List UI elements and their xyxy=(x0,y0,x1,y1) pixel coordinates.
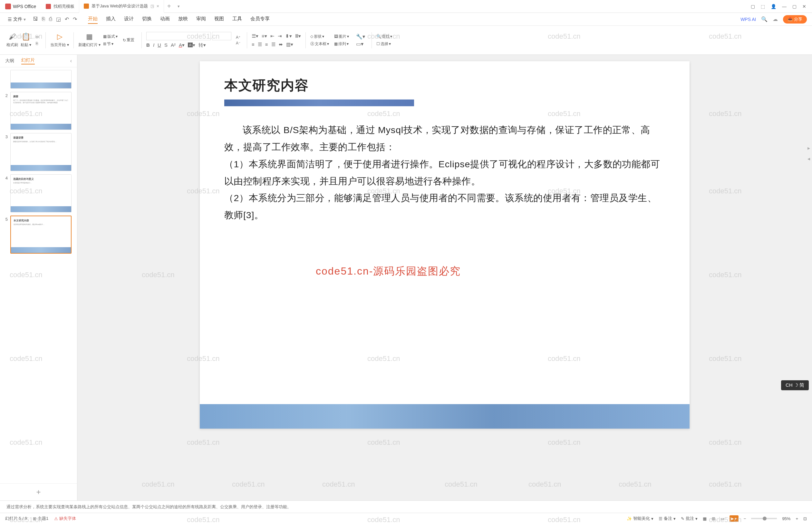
print-icon[interactable]: ⎙ xyxy=(49,16,52,22)
strikethrough-button[interactable]: S xyxy=(164,42,168,48)
smart-beautify-button[interactable]: ✨ 智能美化 ▾ xyxy=(627,515,653,521)
text-direction-button[interactable]: Ⅲ▾ xyxy=(295,33,301,39)
line-spacing-button[interactable]: ⬍▾ xyxy=(285,33,292,39)
arrange-button[interactable]: ▦ 排列 ▾ xyxy=(334,41,349,47)
reset-button[interactable]: ↻ 重置 xyxy=(123,37,134,43)
maximize-button[interactable]: ▢ xyxy=(792,4,797,9)
bullets-button[interactable]: ☰▾ xyxy=(252,33,259,39)
tab-menu-button[interactable]: ▾ xyxy=(174,4,183,9)
slide-thumbnail-2[interactable]: 摘要 在二十一世纪的时代有很多工作要做…信息管理系统的建立，文化环境下人们生活的… xyxy=(10,92,71,130)
select-button[interactable]: ☐ 选择 ▾ xyxy=(376,41,392,47)
layout-button[interactable]: ▦ 版式 ▾ xyxy=(103,34,118,39)
underline-button[interactable]: U xyxy=(158,42,161,48)
canvas-scroll[interactable]: 本文研究内容 该系统以 B/S架构为基础，通过 Mysql技术，实现了对数据的查… xyxy=(77,55,812,501)
paste-button[interactable]: 📋 粘贴 ▾ xyxy=(21,33,31,48)
close-window-button[interactable]: ✕ xyxy=(802,4,806,9)
tab-document[interactable]: 基于Java Web的毕业设计选题 ◳ × xyxy=(79,0,164,13)
tab-slideshow[interactable]: 放映 xyxy=(178,15,188,24)
tab-templates[interactable]: 找稻壳模板 xyxy=(41,0,79,13)
right-tool-2[interactable]: ◂ xyxy=(808,155,810,162)
format-brush-button[interactable]: 🖌 格式刷 xyxy=(6,33,18,48)
slide-thumbnail-4[interactable]: 选题的目的与意义 本系统基于B/S架构设计… xyxy=(10,174,71,212)
share-button[interactable]: 📤 分享 xyxy=(783,15,807,23)
italic-button[interactable]: I xyxy=(153,42,154,48)
notes-bar[interactable]: 通过需求分析，系统主要实现查询某条路线上的所有公交站点信息、某两个公交站点之间的… xyxy=(0,501,812,513)
collapse-panel-icon[interactable]: ‹ xyxy=(70,58,72,64)
tab-insert[interactable]: 插入 xyxy=(106,15,116,24)
decrease-indent-button[interactable]: ⇤ xyxy=(270,33,275,39)
slides-tab[interactable]: 幻灯片 xyxy=(21,58,35,64)
zoom-level[interactable]: 95% xyxy=(782,516,791,521)
outline-tab[interactable]: 大纲 xyxy=(5,58,14,64)
align-justify-button[interactable]: ☰ xyxy=(271,42,276,47)
minimize-button[interactable]: — xyxy=(782,4,786,9)
tab-tools[interactable]: 工具 xyxy=(232,15,242,24)
from-current-button[interactable]: ▷ 当页开始 ▾ xyxy=(50,33,69,48)
new-tab-button[interactable]: + xyxy=(164,3,174,10)
convert-button[interactable]: 转▾ xyxy=(198,42,206,48)
slideshow-button[interactable]: ▶ ▾ xyxy=(730,515,739,522)
fit-button[interactable]: ⊡ xyxy=(803,516,807,521)
notes-button[interactable]: ☰ 备注 ▾ xyxy=(659,515,676,521)
find-button[interactable]: 🔍 查找 ▾ xyxy=(376,34,392,39)
new-slide-button[interactable]: ▦ 新建幻灯片 ▾ xyxy=(78,33,101,48)
zoom-out-button[interactable]: − xyxy=(744,516,746,521)
tab-design[interactable]: 设计 xyxy=(124,15,134,24)
slide-thumbnail-1[interactable] xyxy=(10,70,71,88)
right-tool-1[interactable]: ▸ xyxy=(808,145,810,151)
superscript-button[interactable]: A² xyxy=(171,42,176,48)
avatar-icon[interactable]: 👤 xyxy=(771,4,776,9)
tab-review[interactable]: 审阅 xyxy=(196,15,206,24)
font-color-button[interactable]: A▾ xyxy=(179,42,185,48)
align-left-button[interactable]: ≡ xyxy=(252,42,254,47)
search-icon[interactable]: 🔍 xyxy=(761,16,767,22)
window-cube-icon[interactable]: ⬚ xyxy=(761,4,765,9)
undo-icon[interactable]: ↶ xyxy=(65,16,69,22)
cloud-icon[interactable]: ☁ xyxy=(773,16,778,22)
bold-button[interactable]: B xyxy=(146,42,150,48)
export-icon[interactable]: ⎘ xyxy=(42,16,45,22)
window-multi-icon[interactable]: ▢ xyxy=(751,4,755,9)
picture-button[interactable]: 🖼 图片 ▾ xyxy=(334,34,349,39)
comments-button[interactable]: ✎ 批注 ▾ xyxy=(681,515,698,521)
tab-transition[interactable]: 切换 xyxy=(142,15,152,24)
tab-member[interactable]: 会员专享 xyxy=(250,15,270,24)
close-tab-icon[interactable]: × xyxy=(156,3,159,9)
zoom-in-button[interactable]: + xyxy=(796,516,798,521)
outline-button[interactable]: ▭▾ xyxy=(356,41,365,47)
align-center-button[interactable]: ☰ xyxy=(258,42,262,47)
font-family-select[interactable] xyxy=(146,32,211,40)
slide-canvas[interactable]: 本文研究内容 该系统以 B/S架构为基础，通过 Mysql技术，实现了对数据的查… xyxy=(200,61,690,429)
shape-button[interactable]: ◇ 形状 ▾ xyxy=(310,34,329,39)
copy-button[interactable]: ⎘ xyxy=(36,41,39,46)
redo-icon[interactable]: ↷ xyxy=(73,16,77,22)
textbox-button[interactable]: Ⓐ 文本框 ▾ xyxy=(310,41,329,47)
view-sorter-icon[interactable]: ⊞ xyxy=(712,516,715,521)
view-normal-icon[interactable]: ▦ xyxy=(703,516,707,521)
missing-font-indicator[interactable]: ⚠ 缺失字体 xyxy=(54,515,76,521)
increase-font-button[interactable]: A⁺ xyxy=(236,35,241,39)
columns-button[interactable]: ▥▾ xyxy=(286,42,293,47)
slide-thumbnail-5[interactable]: 本文研究内容 该系统以B/S架构为基础，通过Mysql技术… xyxy=(10,216,71,253)
cut-button[interactable]: ✂ xyxy=(36,35,39,39)
tab-view[interactable]: 视图 xyxy=(214,15,224,24)
align-right-button[interactable]: ≡ xyxy=(265,42,268,47)
decrease-font-button[interactable]: A⁻ xyxy=(236,41,241,46)
increase-indent-button[interactable]: ⇥ xyxy=(278,33,282,39)
fill-color-button[interactable]: 🔧▾ xyxy=(356,33,365,39)
view-reading-icon[interactable]: ▭ xyxy=(720,516,724,521)
slideshow-icon[interactable]: ◳ xyxy=(150,4,154,9)
zoom-slider[interactable] xyxy=(751,518,777,519)
section-button[interactable]: ⊞ 节 ▾ xyxy=(103,41,118,47)
preview-icon[interactable]: ◲ xyxy=(56,16,61,22)
add-slide-button[interactable]: + xyxy=(0,484,77,501)
highlight-button[interactable]: 🅰▾ xyxy=(188,42,195,48)
numbering-button[interactable]: ≡▾ xyxy=(262,33,267,39)
theme-indicator[interactable]: ⊞ 主题1 xyxy=(33,515,48,521)
slide-thumbnail-3[interactable]: 课题背景 随着信息时代的到来，人们的工作方式也发生了很大的变化… xyxy=(10,133,71,171)
wps-ai-button[interactable]: WPS AI xyxy=(741,17,756,22)
save-icon[interactable]: 🖫 xyxy=(33,16,38,22)
tab-start[interactable]: 开始 xyxy=(88,15,98,24)
font-size-select[interactable] xyxy=(212,32,231,40)
thumbnail-list[interactable]: 2 摘要 在二十一世纪的时代有很多工作要做…信息管理系统的建立，文化环境下人们生… xyxy=(0,67,77,484)
